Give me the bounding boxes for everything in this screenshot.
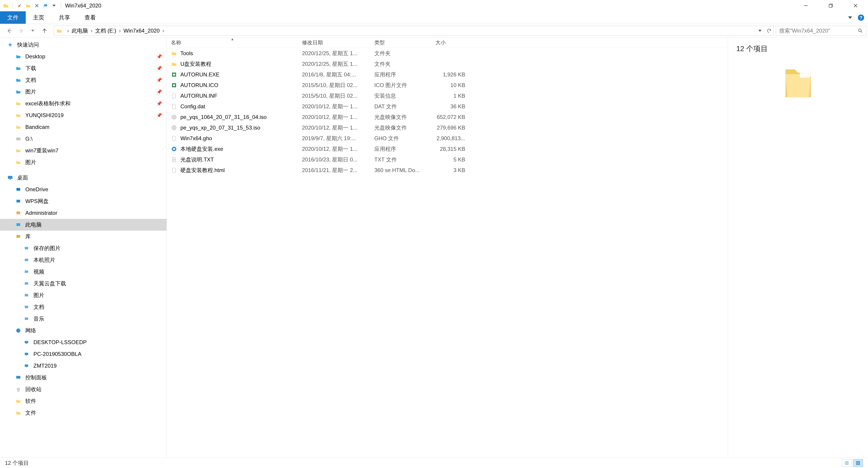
svg-rect-10 (17, 200, 20, 202)
sidebar-item[interactable]: 下载📌 (0, 62, 166, 74)
up-button[interactable] (41, 27, 49, 35)
sidebar-item[interactable]: Desktop📌 (0, 51, 166, 62)
file-row[interactable]: 硬盘安装教程.html2016/11/21, 星期一 2...360 se HT… (167, 165, 728, 176)
navigation-tree[interactable]: 快速访问 Desktop📌下载📌文档📌图片📌excel表格制作求和📌YUNQIS… (0, 37, 167, 458)
qat-new-folder-icon[interactable] (24, 2, 32, 10)
address-folder-icon (55, 27, 63, 35)
sidebar-item[interactable]: win7重装win7 (0, 145, 166, 156)
svg-rect-24 (25, 353, 28, 355)
sidebar-item[interactable]: 天翼云盘下载 (0, 278, 166, 289)
sidebar-item[interactable]: WPS网盘 (0, 195, 166, 207)
item-icon (15, 186, 22, 193)
sidebar-item[interactable]: 图片📌 (0, 86, 166, 98)
svg-rect-22 (25, 341, 28, 343)
search-icon[interactable] (855, 28, 866, 33)
preview-header: 12 个项目 (736, 44, 860, 54)
sidebar-item[interactable]: 本机照片 (0, 254, 166, 266)
maximize-button[interactable] (818, 0, 843, 11)
svg-rect-2 (829, 4, 832, 7)
file-row[interactable]: pe_yqs_1064_20_07_31_16_04.iso2020/10/12… (167, 112, 728, 122)
file-row[interactable]: U盘安装教程2020/12/25, 星期五 1...文件夹 (167, 59, 728, 69)
file-row[interactable]: pe_yqs_xp_20_07_31_15_53.iso2020/10/12, … (167, 122, 728, 133)
sidebar-item[interactable]: 库 (0, 230, 166, 242)
sidebar-item[interactable]: OneDrive (0, 184, 166, 195)
tree-files[interactable]: 文件 (0, 407, 166, 419)
sidebar-item[interactable]: 视频 (0, 266, 166, 278)
breadcrumb-segment[interactable]: Win7x64_2020› (123, 28, 167, 34)
sidebar-item[interactable]: 音乐 (0, 313, 166, 325)
column-name[interactable]: 名称▲ (167, 37, 298, 48)
qat-dropdown-icon[interactable] (50, 2, 58, 10)
sidebar-item[interactable]: ZMT2019 (0, 360, 166, 372)
search-input[interactable] (776, 28, 855, 34)
svg-rect-40 (856, 463, 858, 465)
sidebar-item[interactable]: 文档📌 (0, 74, 166, 86)
svg-rect-9 (17, 188, 20, 191)
column-date[interactable]: 修改日期 (298, 37, 370, 48)
tab-view[interactable]: 查看 (77, 11, 103, 24)
folder-icon (15, 159, 22, 166)
sidebar-item[interactable]: Administrator (0, 207, 166, 219)
forward-button[interactable] (17, 27, 25, 35)
sidebar-item[interactable]: G:\ (0, 133, 166, 145)
address-bar[interactable]: › 此电脑› 文档 (E:)› Win7x64_2020› (54, 26, 774, 36)
tree-control-panel[interactable]: 控制面板 (0, 372, 166, 383)
sidebar-item[interactable]: 图片 (0, 156, 166, 168)
qat-properties-icon[interactable] (16, 2, 24, 10)
star-icon (7, 41, 13, 48)
view-thumbnails-button[interactable] (853, 459, 863, 467)
file-icon (171, 125, 177, 131)
help-icon[interactable]: ? (857, 14, 865, 22)
folder-icon (15, 100, 22, 107)
svg-rect-18 (25, 294, 28, 297)
sidebar-item[interactable]: YUNQISHI2019📌 (0, 110, 166, 121)
svg-rect-25 (26, 355, 27, 356)
history-dropdown-icon[interactable] (29, 27, 37, 35)
breadcrumb-segment[interactable]: 此电脑› (72, 27, 95, 34)
tree-network[interactable]: 网络 (0, 325, 166, 336)
sidebar-item[interactable]: Bandicam (0, 121, 166, 133)
pin-icon: 📌 (156, 89, 162, 94)
minimize-button[interactable] (794, 0, 818, 11)
breadcrumb-segment[interactable]: 文档 (E:)› (95, 27, 123, 34)
column-type[interactable]: 类型 (370, 37, 431, 48)
tab-home[interactable]: 主页 (26, 11, 52, 24)
tree-quick-access[interactable]: 快速访问 (0, 39, 166, 51)
tree-desktop-root[interactable]: 桌面 (0, 172, 166, 184)
file-row[interactable]: AUTORUN.EXE2016/1/8, 星期五 04:...应用程序1,926… (167, 69, 728, 80)
svg-rect-13 (17, 235, 20, 238)
svg-rect-8 (9, 179, 11, 180)
sidebar-item[interactable]: 文档 (0, 301, 166, 313)
refresh-button[interactable] (764, 26, 773, 35)
tree-recycle-bin[interactable]: 回收站 (0, 383, 166, 395)
qat-rename-icon[interactable] (41, 2, 50, 10)
file-row[interactable]: 光盘说明.TXT2016/10/23, 星期日 0...TXT 文件5 KB (167, 154, 728, 165)
file-list[interactable]: 名称▲ 修改日期 类型 大小 Tools2020/12/25, 星期五 1...… (167, 37, 728, 458)
file-row[interactable]: AUTORUN.INF2015/5/10, 星期日 02...安装信息1 KB (167, 90, 728, 101)
sidebar-item[interactable]: DESKTOP-LSSOEDP (0, 336, 166, 348)
sidebar-item[interactable]: 保存的图片 (0, 242, 166, 254)
file-row[interactable]: 本地硬盘安装.exe2020/10/12, 星期一 1...应用程序28,315… (167, 144, 728, 154)
tab-file[interactable]: 文件 (0, 11, 26, 24)
sidebar-item[interactable]: 图片 (0, 289, 166, 301)
view-details-button[interactable] (842, 459, 852, 467)
sidebar-item[interactable]: PC-20190530OBLA (0, 348, 166, 360)
file-row[interactable]: Win7x64.gho2019/9/7, 星期六 19:...GHO 文件2,9… (167, 133, 728, 144)
close-button[interactable] (843, 0, 868, 11)
file-row[interactable]: Config.dat2020/10/12, 星期一 1...DAT 文件36 K… (167, 101, 728, 112)
file-icon (171, 71, 177, 78)
sidebar-item[interactable]: 此电脑 (0, 219, 166, 230)
qat-delete-icon[interactable] (33, 2, 41, 10)
tree-software[interactable]: 软件 (0, 395, 166, 407)
sidebar-item[interactable]: excel表格制作求和📌 (0, 98, 166, 110)
file-row[interactable]: Tools2020/12/25, 星期五 1...文件夹 (167, 48, 728, 59)
back-button[interactable] (5, 27, 13, 35)
address-dropdown-icon[interactable] (755, 26, 764, 35)
column-size[interactable]: 大小 (431, 37, 470, 48)
file-icon (171, 82, 177, 88)
file-row[interactable]: AUTORUN.ICO2015/5/10, 星期日 02...ICO 图片文件1… (167, 80, 728, 90)
tab-share[interactable]: 共享 (52, 11, 77, 24)
ribbon-expand-icon[interactable] (846, 14, 854, 22)
computer-icon (23, 363, 30, 369)
search-box[interactable] (776, 26, 866, 36)
